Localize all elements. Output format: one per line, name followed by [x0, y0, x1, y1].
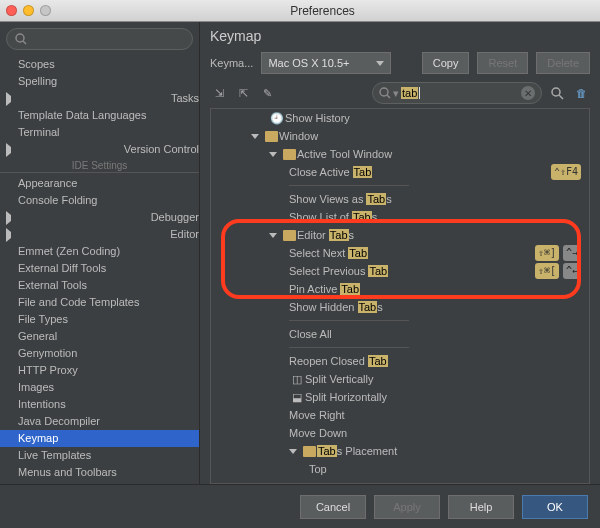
ok-button[interactable]: OK — [522, 495, 588, 519]
action-row[interactable]: Move Right — [211, 406, 589, 424]
zoom-icon[interactable] — [40, 5, 51, 16]
search-icon — [15, 33, 27, 45]
split-vertical-icon: ◫ — [289, 371, 305, 387]
history-icon: 🕘 — [269, 110, 285, 126]
shortcut-badge: ⇧⌘] — [535, 245, 559, 261]
sidebar-item-http-proxy[interactable]: HTTP Proxy — [0, 362, 199, 379]
minimize-icon[interactable] — [23, 5, 34, 16]
svg-point-4 — [552, 88, 560, 96]
svg-line-1 — [23, 41, 26, 44]
sidebar-item-scopes[interactable]: Scopes — [0, 56, 199, 73]
cancel-button[interactable]: Cancel — [300, 495, 366, 519]
action-label: Active Tool Window — [297, 146, 392, 162]
apply-button[interactable]: Apply — [374, 495, 440, 519]
sidebar-item-spelling[interactable]: Spelling — [0, 73, 199, 90]
content: ScopesSpellingTasksTemplate Data Languag… — [0, 22, 600, 484]
action-row[interactable]: Active Tool Window — [211, 145, 589, 163]
sidebar-item-external-tools[interactable]: External Tools — [0, 277, 199, 294]
sidebar-item-keymap[interactable]: Keymap — [0, 430, 199, 447]
sidebar-item-tasks[interactable]: Tasks — [0, 90, 199, 107]
sidebar-item-terminal[interactable]: Terminal — [0, 124, 199, 141]
action-label: Close All — [289, 326, 332, 342]
action-row[interactable]: ⬓Split Horizontally — [211, 388, 589, 406]
shortcut-group: ⌃⇧F4 — [551, 164, 585, 180]
sidebar-item-template-data-languages[interactable]: Template Data Languages — [0, 107, 199, 124]
trash-icon[interactable]: 🗑 — [572, 84, 590, 102]
delete-button[interactable]: Delete — [536, 52, 590, 74]
svg-point-2 — [380, 88, 388, 96]
action-label: Top — [309, 461, 327, 477]
action-row[interactable]: Select Previous Tab⇧⌘[^← — [211, 262, 589, 280]
action-row[interactable]: Window — [211, 127, 589, 145]
copy-button[interactable]: Copy — [422, 52, 470, 74]
sidebar-item-general[interactable]: General — [0, 328, 199, 345]
action-row — [211, 181, 589, 190]
folder-icon — [281, 146, 297, 162]
sidebar-item-version-control[interactable]: Version Control — [0, 141, 199, 158]
sidebar-item-images[interactable]: Images — [0, 379, 199, 396]
action-label: Split Vertically — [305, 371, 373, 387]
action-row[interactable]: Select Next Tab⇧⌘]^→ — [211, 244, 589, 262]
action-label: Reopen Closed Tab — [289, 353, 388, 369]
sidebar-item-appearance[interactable]: Appearance — [0, 175, 199, 192]
sidebar-item-java-decompiler[interactable]: Java Decompiler — [0, 413, 199, 430]
action-tree[interactable]: 🕘Show HistoryWindowActive Tool WindowClo… — [210, 108, 590, 484]
shortcut-badge: ^← — [563, 263, 581, 279]
action-label: Show Hidden Tabs — [289, 299, 383, 315]
action-label: Show Views as Tabs — [289, 191, 392, 207]
search-icon — [379, 87, 391, 99]
action-row[interactable]: ◫Split Vertically — [211, 370, 589, 388]
keymap-scheme-dropdown[interactable]: Mac OS X 10.5+ — [261, 52, 391, 74]
action-row[interactable]: 🕘Show History — [211, 109, 589, 127]
action-row — [211, 343, 589, 352]
main-panel: Keymap Keyma... Mac OS X 10.5+ Copy Rese… — [200, 22, 600, 484]
action-row[interactable]: Tabs Placement — [211, 442, 589, 460]
action-row[interactable]: Pin Active Tab — [211, 280, 589, 298]
expand-all-icon[interactable]: ⇲ — [210, 84, 228, 102]
sidebar-item-debugger[interactable]: Debugger — [0, 209, 199, 226]
sidebar-item-genymotion[interactable]: Genymotion — [0, 345, 199, 362]
action-row[interactable]: Show Views as Tabs — [211, 190, 589, 208]
sidebar-item-emmet-zen-coding-[interactable]: Emmet (Zen Coding) — [0, 243, 199, 260]
collapse-all-icon[interactable]: ⇱ — [234, 84, 252, 102]
sidebar-item-external-diff-tools[interactable]: External Diff Tools — [0, 260, 199, 277]
sidebar-item-notifications[interactable]: Notifications — [0, 481, 199, 484]
action-row[interactable]: Show List of Tabs — [211, 208, 589, 226]
close-icon[interactable] — [6, 5, 17, 16]
clear-search-icon[interactable]: ✕ — [521, 86, 535, 100]
sidebar-tree[interactable]: ScopesSpellingTasksTemplate Data Languag… — [0, 56, 199, 484]
action-row[interactable]: Top — [211, 460, 589, 478]
sidebar-item-live-templates[interactable]: Live Templates — [0, 447, 199, 464]
action-label: Close Active Tab — [289, 164, 372, 180]
action-row[interactable]: Show Hidden Tabs — [211, 298, 589, 316]
split-horizontal-icon: ⬓ — [289, 389, 305, 405]
action-search-input[interactable]: ▾ tab ✕ — [372, 82, 542, 104]
svg-line-3 — [387, 95, 390, 98]
sidebar-item-console-folding[interactable]: Console Folding — [0, 192, 199, 209]
help-button[interactable]: Help — [448, 495, 514, 519]
action-row[interactable]: Close All — [211, 325, 589, 343]
chevron-down-icon — [376, 61, 384, 66]
find-by-shortcut-icon[interactable] — [548, 84, 566, 102]
sidebar: ScopesSpellingTasksTemplate Data Languag… — [0, 22, 200, 484]
disclosure-down-icon — [269, 233, 277, 238]
sidebar-item-intentions[interactable]: Intentions — [0, 396, 199, 413]
sidebar-item-file-and-code-templates[interactable]: File and Code Templates — [0, 294, 199, 311]
shortcut-badge: ⇧⌘[ — [535, 263, 559, 279]
sidebar-item-editor[interactable]: Editor — [0, 226, 199, 243]
sidebar-item-menus-and-toolbars[interactable]: Menus and Toolbars — [0, 464, 199, 481]
action-label: Pin Active Tab — [289, 281, 360, 297]
disclosure-down-icon — [251, 134, 259, 139]
action-row[interactable]: Editor Tabs — [211, 226, 589, 244]
disclosure-down-icon — [289, 449, 297, 454]
reset-button[interactable]: Reset — [477, 52, 528, 74]
action-row[interactable]: Close Active Tab⌃⇧F4 — [211, 163, 589, 181]
action-label: Show History — [285, 110, 350, 126]
edit-shortcut-icon[interactable]: ✎ — [258, 84, 276, 102]
action-row[interactable]: Reopen Closed Tab — [211, 352, 589, 370]
sidebar-item-file-types[interactable]: File Types — [0, 311, 199, 328]
keymap-selector-row: Keyma... Mac OS X 10.5+ Copy Reset Delet… — [210, 52, 590, 74]
sidebar-search-input[interactable] — [6, 28, 193, 50]
action-label: Select Next Tab — [289, 245, 368, 261]
action-row[interactable]: Move Down — [211, 424, 589, 442]
